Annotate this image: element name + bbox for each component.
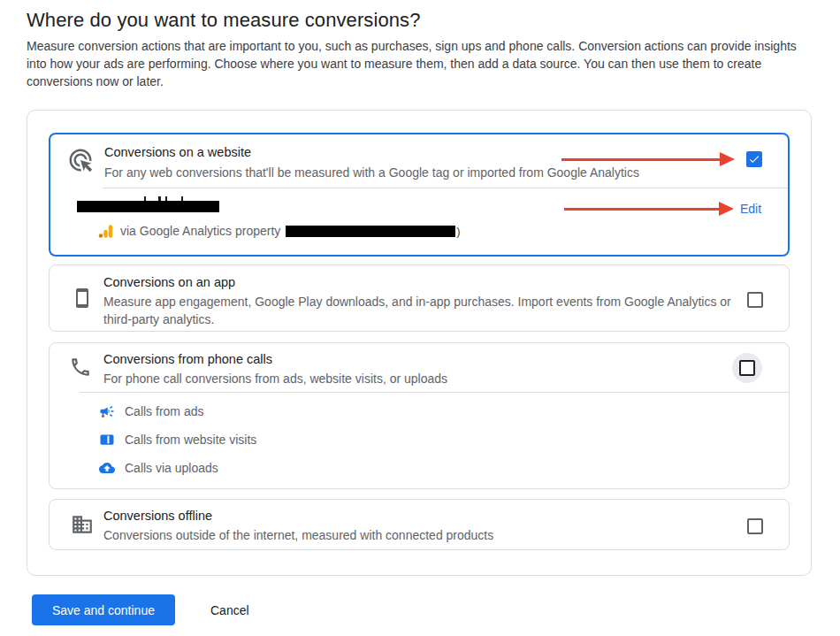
analytics-property-row: via Google Analytics property ) [97,222,461,240]
checkbox-hover-ring [732,353,762,383]
sub-item-label: Calls from ads [125,404,203,418]
sub-item-calls-from-ads: Calls from ads [99,402,203,420]
option-conversions-offline[interactable]: Conversions offline Conversions outside … [49,499,790,550]
page-description: Measure conversion actions that are impo… [27,37,815,90]
phone-call-icon [69,356,92,379]
option-title: Conversions on a website [104,145,251,159]
option-conversions-app[interactable]: Conversions on an app Measure app engage… [49,264,790,332]
save-and-continue-button[interactable]: Save and continue [32,594,175,625]
option-description: For phone call conversions from ads, web… [103,370,447,387]
cloud-upload-icon [99,460,115,476]
campaign-icon [99,403,115,419]
website-visits-icon [99,432,115,448]
option-conversions-website[interactable]: Conversions on a website For any web con… [49,133,790,257]
option-title: Conversions on an app [103,275,235,289]
annotation-arrow-to-edit [564,202,734,216]
option-description: Measure app engagement, Google Play down… [103,293,742,328]
edit-link[interactable]: Edit [740,202,761,216]
redaction-remnant: ) [456,225,460,238]
redacted-property-id [286,226,455,237]
cancel-button[interactable]: Cancel [209,594,251,625]
building-icon [71,513,94,536]
sub-item-label: Calls from website visits [125,433,256,447]
analytics-property-label: via Google Analytics property [120,224,280,238]
sub-item-label: Calls via uploads [125,461,218,475]
page-title: Where do you want to measure conversions… [27,9,421,32]
sub-item-calls-via-uploads: Calls via uploads [99,459,218,477]
annotation-arrow-to-checkbox [561,152,735,166]
smartphone-icon [72,286,93,310]
conversion-measurement-page: Where do you want to measure conversions… [0,0,840,636]
phone-calls-checkbox[interactable] [739,360,755,376]
checkmark-icon [748,153,760,165]
offline-checkbox[interactable] [747,518,763,534]
app-checkbox[interactable] [747,292,763,308]
conversion-sources-card: Conversions on a website For any web con… [27,110,812,576]
divider [80,392,789,393]
ads-click-icon [67,147,94,173]
option-conversions-phone-calls[interactable]: Conversions from phone calls For phone c… [49,342,790,489]
option-description: For any web conversions that'll be measu… [104,164,639,181]
option-description: Conversions outside of the internet, mea… [103,526,493,544]
redacted-conversion-source [77,201,219,212]
google-analytics-icon [97,223,114,240]
option-title: Conversions from phone calls [103,352,272,366]
option-title: Conversions offline [103,509,212,523]
website-checkbox[interactable] [746,151,762,167]
divider [103,188,788,188]
sub-item-calls-from-website-visits: Calls from website visits [99,431,256,448]
